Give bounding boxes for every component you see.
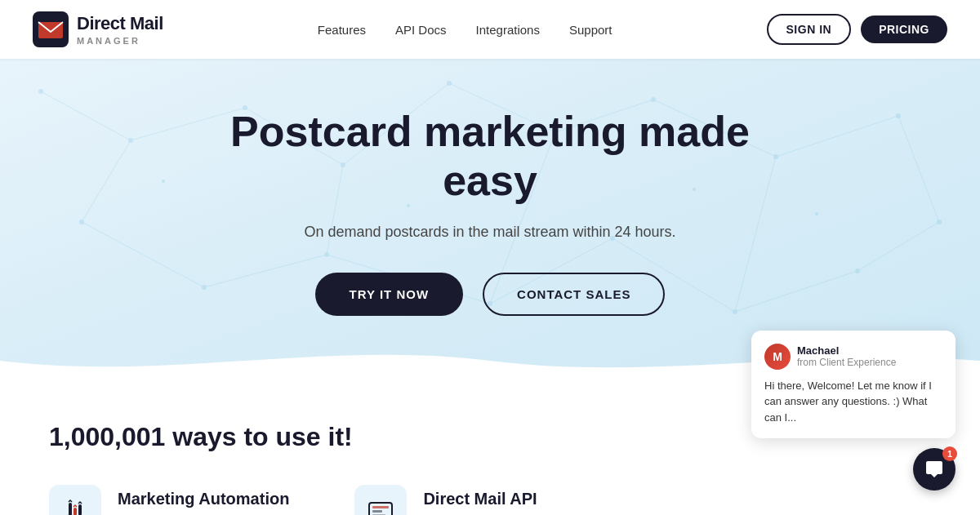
svg-point-16 <box>733 309 737 314</box>
chat-popup: M Machael from Client Experience Hi ther… <box>751 331 956 439</box>
svg-point-12 <box>202 285 207 290</box>
feature-item-marketing: Marketing Automation <box>49 485 289 515</box>
direct-mail-api-icon-box <box>354 485 407 515</box>
logo-text: Direct Mail MANAGER <box>77 13 163 46</box>
svg-point-6 <box>447 81 452 86</box>
svg-point-19 <box>162 180 165 183</box>
feature-item-api: Direct Mail API <box>354 485 537 515</box>
svg-line-38 <box>82 140 131 222</box>
svg-point-13 <box>324 252 329 257</box>
chat-avatar: M <box>764 344 791 370</box>
marketing-automation-icon <box>60 496 90 515</box>
nav-support[interactable]: Support <box>569 23 612 37</box>
svg-line-42 <box>898 116 939 222</box>
svg-rect-49 <box>372 510 382 513</box>
direct-mail-api-icon <box>366 496 395 515</box>
hero-buttons: TRY IT NOW CONTACT SALES <box>315 273 666 316</box>
hero-subtitle: On demand postcards in the mail stream w… <box>304 220 675 244</box>
svg-rect-45 <box>74 508 77 515</box>
sign-in-button[interactable]: SIGN IN <box>767 14 852 45</box>
chat-header: M Machael from Client Experience <box>764 344 942 370</box>
nav-integrations[interactable]: Integrations <box>476 23 540 37</box>
svg-rect-46 <box>78 504 82 515</box>
svg-point-11 <box>79 220 84 224</box>
svg-point-10 <box>896 113 901 118</box>
svg-point-3 <box>128 138 133 143</box>
svg-line-36 <box>735 271 858 312</box>
svg-point-8 <box>651 97 656 102</box>
svg-line-31 <box>82 222 204 287</box>
nav-features[interactable]: Features <box>318 23 366 37</box>
chat-message: Hi there, Welcome! Let me know if I can … <box>764 378 942 426</box>
nav-api-docs[interactable]: API Docs <box>395 23 447 37</box>
chat-badge: 1 <box>942 446 957 461</box>
nav-actions: SIGN IN PRICING <box>767 14 947 45</box>
try-it-now-button[interactable]: TRY IT NOW <box>315 273 464 316</box>
chat-icon <box>924 460 944 479</box>
nav-links: Features API Docs Integrations Support <box>318 23 612 37</box>
chat-widget: M Machael from Client Experience Hi ther… <box>913 448 956 491</box>
svg-line-23 <box>41 91 131 140</box>
marketing-automation-title: Marketing Automation <box>118 485 289 508</box>
feature-grid: Marketing Automation Direct Mail API <box>49 485 931 515</box>
logo-envelope-icon <box>33 11 69 47</box>
chat-sender-info: Machael from Client Experience <box>797 344 896 368</box>
chat-sender-name: Machael <box>797 344 896 357</box>
svg-line-32 <box>204 255 327 287</box>
svg-rect-47 <box>369 503 392 515</box>
svg-point-22 <box>815 212 818 215</box>
svg-point-2 <box>38 89 43 94</box>
hero-title: Postcard marketing made easy <box>180 108 800 206</box>
logo-area: Direct Mail MANAGER <box>33 11 163 47</box>
chat-sender-from: from Client Experience <box>797 357 896 368</box>
svg-line-37 <box>858 222 939 271</box>
svg-point-17 <box>855 269 860 273</box>
navbar: Direct Mail MANAGER Features API Docs In… <box>0 0 980 59</box>
hero-background-network <box>0 59 980 369</box>
contact-sales-button[interactable]: CONTACT SALES <box>483 273 665 316</box>
logo-manager-text: MANAGER <box>77 36 163 46</box>
pricing-button[interactable]: PRICING <box>861 16 947 43</box>
logo-direct-mail-text: Direct Mail <box>77 13 163 34</box>
svg-rect-44 <box>69 503 72 515</box>
marketing-automation-icon-box <box>49 485 101 515</box>
svg-point-18 <box>937 220 942 224</box>
direct-mail-api-title: Direct Mail API <box>423 485 537 508</box>
chat-open-button[interactable]: 1 <box>913 448 956 491</box>
svg-rect-48 <box>372 506 389 508</box>
